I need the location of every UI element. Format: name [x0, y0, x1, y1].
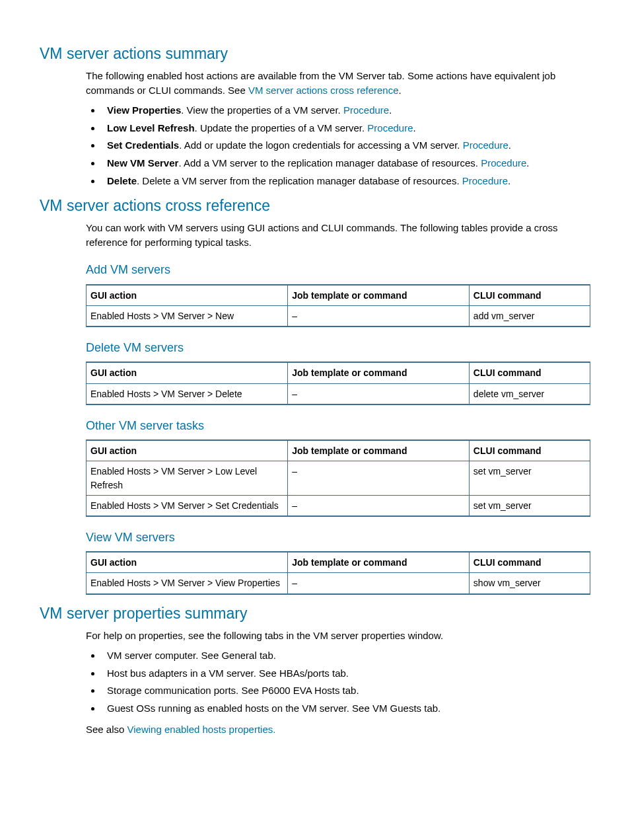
procedure-link[interactable]: Procedure: [481, 157, 526, 169]
cell-job: –: [288, 383, 470, 404]
summary-intro: The following enabled host actions are a…: [86, 69, 590, 98]
bullet-text: . Delete a VM server from the replicatio…: [137, 175, 462, 186]
cell-gui: Enabled Hosts > VM Server > Set Credenti…: [87, 495, 288, 516]
cell-job: –: [288, 495, 470, 516]
subheading-add: Add VM servers: [86, 261, 590, 278]
th-job: Job template or command: [288, 285, 470, 306]
subheading-view: View VM servers: [86, 529, 590, 546]
list-item: Low Level Refresh. Update the properties…: [102, 121, 590, 135]
table-delete-vm-servers: GUI action Job template or command CLUI …: [86, 362, 590, 405]
procedure-link[interactable]: Procedure: [367, 122, 413, 134]
cell-clui: show vm_server: [469, 573, 590, 594]
th-gui: GUI action: [87, 285, 288, 306]
th-job: Job template or command: [288, 362, 470, 383]
cell-clui: set vm_server: [469, 495, 590, 516]
table-row: Enabled Hosts > VM Server > Low Level Re…: [87, 461, 590, 496]
table-row: Enabled Hosts > VM Server > Delete – del…: [87, 383, 590, 404]
props-intro: For help on properties, see the followin…: [86, 629, 590, 643]
list-item: Set Credentials. Add or update the logon…: [102, 138, 590, 153]
heading-props: VM server properties summary: [40, 603, 590, 625]
cell-job: –: [288, 573, 470, 594]
summary-bullets: View Properties. View the properties of …: [102, 103, 590, 188]
th-clui: CLUI command: [469, 285, 590, 306]
table-row: Enabled Hosts > VM Server > Set Credenti…: [87, 495, 590, 516]
cell-gui: Enabled Hosts > VM Server > View Propert…: [87, 573, 288, 594]
table-row: Enabled Hosts > VM Server > View Propert…: [87, 573, 590, 594]
procedure-link[interactable]: Procedure: [463, 139, 508, 151]
bullet-text: . Add or update the logon credentials fo…: [179, 139, 462, 151]
cell-clui: delete vm_server: [469, 383, 590, 404]
bullet-bold: View Properties: [107, 104, 181, 116]
th-clui: CLUI command: [469, 362, 590, 383]
bullet-post: .: [526, 157, 529, 169]
list-item: VM server computer. See General tab.: [102, 648, 590, 663]
cell-job: –: [288, 305, 470, 326]
th-job: Job template or command: [288, 552, 470, 573]
table-row: Enabled Hosts > VM Server > New – add vm…: [87, 305, 590, 326]
seealso-pre: See also: [86, 724, 127, 735]
link-viewing-enabled-hosts[interactable]: Viewing enabled hosts properties.: [127, 724, 276, 735]
bullet-post: .: [389, 104, 392, 116]
list-item: Storage communication ports. See P6000 E…: [102, 683, 590, 698]
summary-intro-post: .: [399, 85, 402, 96]
subheading-other: Other VM server tasks: [86, 417, 590, 434]
table-add-vm-servers: GUI action Job template or command CLUI …: [86, 284, 590, 328]
bullet-bold: Low Level Refresh: [107, 122, 195, 134]
table-view-vm-servers: GUI action Job template or command CLUI …: [86, 551, 590, 595]
subheading-delete: Delete VM servers: [86, 339, 590, 356]
bullet-bold: Set Credentials: [107, 139, 179, 151]
link-crossref[interactable]: VM server actions cross reference: [248, 85, 399, 96]
cell-gui: Enabled Hosts > VM Server > Low Level Re…: [87, 461, 288, 496]
procedure-link[interactable]: Procedure: [462, 175, 508, 186]
bullet-bold: New VM Server: [107, 157, 178, 169]
procedure-link[interactable]: Procedure: [343, 104, 389, 116]
table-other-vm-tasks: GUI action Job template or command CLUI …: [86, 439, 590, 517]
th-clui: CLUI command: [469, 552, 590, 573]
list-item: Delete. Delete a VM server from the repl…: [102, 174, 590, 188]
cell-clui: set vm_server: [469, 461, 590, 496]
cell-gui: Enabled Hosts > VM Server > Delete: [87, 383, 288, 404]
bullet-text: . Add a VM server to the replication man…: [178, 157, 481, 169]
th-job: Job template or command: [288, 440, 470, 461]
th-clui: CLUI command: [469, 440, 590, 461]
crossref-intro: You can work with VM servers using GUI a…: [86, 221, 590, 250]
props-seealso: See also Viewing enabled hosts propertie…: [86, 722, 590, 737]
th-gui: GUI action: [87, 552, 288, 573]
bullet-post: .: [413, 122, 416, 134]
cell-job: –: [288, 461, 470, 496]
th-gui: GUI action: [87, 440, 288, 461]
heading-crossref: VM server actions cross reference: [40, 195, 590, 217]
list-item: New VM Server. Add a VM server to the re…: [102, 156, 590, 171]
cell-gui: Enabled Hosts > VM Server > New: [87, 305, 288, 326]
th-gui: GUI action: [87, 362, 288, 383]
heading-summary: VM server actions summary: [40, 43, 590, 65]
list-item: Guest OSs running as enabled hosts on th…: [102, 701, 590, 716]
list-item: Host bus adapters in a VM server. See HB…: [102, 666, 590, 681]
bullet-text: . View the properties of a VM server.: [181, 104, 343, 116]
list-item: View Properties. View the properties of …: [102, 103, 590, 118]
bullet-bold: Delete: [107, 175, 137, 186]
props-bullets: VM server computer. See General tab. Hos…: [102, 648, 590, 716]
bullet-text: . Update the properties of a VM server.: [195, 122, 368, 134]
bullet-post: .: [508, 175, 510, 186]
cell-clui: add vm_server: [469, 305, 590, 326]
bullet-post: .: [508, 139, 511, 151]
